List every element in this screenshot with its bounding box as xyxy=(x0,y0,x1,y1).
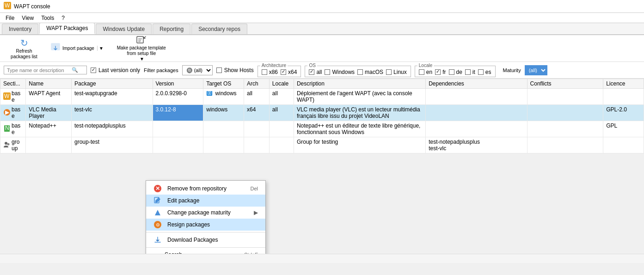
arch-x64-checkbox[interactable] xyxy=(281,69,286,75)
table-row[interactable]: W bas e WAPT Agent test-waptupgrade 2.0.… xyxy=(0,89,644,105)
cell-name-1: VLC Media Player xyxy=(26,105,72,121)
col-header-targetos[interactable]: Target OS xyxy=(203,79,244,89)
ctx-download[interactable]: Download Packages xyxy=(146,234,265,246)
cell-deps-3: test-notepadplusplus test-vlc xyxy=(426,137,527,153)
tab-inventory[interactable]: Inventory xyxy=(2,24,38,34)
tab-reporting[interactable]: Reporting xyxy=(153,24,190,34)
arch-items: x86 x64 xyxy=(262,69,297,75)
template-dropdown-arrow[interactable]: ▼ xyxy=(140,56,144,61)
locale-de-label[interactable]: de xyxy=(449,69,462,75)
os-all-label[interactable]: all xyxy=(309,69,322,75)
filter-bar: 🔍 Last version only Filter packages 🔘 (a… xyxy=(0,62,644,79)
cell-licence-0 xyxy=(603,89,644,105)
locale-items: en fr de it es xyxy=(419,69,491,75)
cell-version-1: 3.0.12-8 xyxy=(153,105,203,121)
table-row[interactable]: ▶ bas e VLC Media Player test-vlc 3.0.12… xyxy=(0,105,644,121)
tab-wapt-packages[interactable]: WAPT Packages xyxy=(39,23,95,34)
svg-point-12 xyxy=(5,142,7,145)
title-bar-text: WAPT console xyxy=(14,3,50,10)
show-hosts-checkbox-container[interactable]: Show Hosts xyxy=(216,67,254,73)
cell-locale-2 xyxy=(269,121,294,137)
cell-package-1: test-vlc xyxy=(71,105,153,121)
os-macos-checkbox[interactable] xyxy=(357,69,363,75)
last-version-checkbox[interactable] xyxy=(91,67,96,73)
os-linux-checkbox[interactable] xyxy=(386,69,392,75)
arch-x86-label[interactable]: x86 xyxy=(262,69,278,75)
locale-es-label[interactable]: es xyxy=(478,69,491,75)
col-header-package[interactable]: Package xyxy=(71,79,153,89)
col-header-licence[interactable]: Licence xyxy=(603,79,644,89)
table-row[interactable]: gro up group-test Group for testing test… xyxy=(0,137,644,153)
svg-rect-3 xyxy=(137,37,143,43)
tab-windows-update[interactable]: Windows Update xyxy=(96,24,152,34)
col-header-conflicts[interactable]: Conflicts xyxy=(527,79,603,89)
arch-x86-checkbox[interactable] xyxy=(262,69,267,75)
last-version-checkbox-container[interactable]: Last version only xyxy=(91,67,140,73)
col-header-locale[interactable]: Locale xyxy=(269,79,294,89)
import-dropdown-arrow[interactable]: ▼ xyxy=(97,46,104,51)
maturity-icon xyxy=(153,209,162,216)
col-header-dependencies[interactable]: Dependencies xyxy=(426,79,527,89)
cell-locale-0: all xyxy=(269,89,294,105)
os-linux-label[interactable]: Linux xyxy=(386,69,407,75)
locale-en-label[interactable]: en xyxy=(419,69,432,75)
cell-version-0: 2.0.0.9298-0 xyxy=(153,89,203,105)
cell-targetos-3 xyxy=(203,137,244,153)
submenu-arrow: ▶ xyxy=(254,209,258,216)
menu-view[interactable]: View xyxy=(18,14,37,22)
os-windows-checkbox[interactable] xyxy=(325,69,330,75)
make-template-button[interactable]: Make package template from setup file ▼ xyxy=(110,37,173,60)
toolbar: ↻ Refresh packages list Import package ▼ xyxy=(0,35,644,62)
locale-fr-checkbox[interactable] xyxy=(435,69,441,75)
ctx-change-maturity[interactable]: Change package maturity ▶ xyxy=(146,207,265,219)
locale-es-checkbox[interactable] xyxy=(478,69,484,75)
col-header-name[interactable]: Name xyxy=(26,79,72,89)
table-row[interactable]: N++ bas e Notepad++ test-notepadplusplus… xyxy=(0,121,644,137)
import-package-button[interactable]: Import package ▼ xyxy=(46,37,108,60)
ctx-edit[interactable]: Edit package xyxy=(146,195,265,207)
ctx-resign[interactable]: ⚙ Resign packages xyxy=(146,219,265,231)
maturity-label: Maturity xyxy=(503,67,521,73)
cell-targetos-0: ⊞ windows xyxy=(203,89,244,105)
menu-file[interactable]: File xyxy=(2,14,18,22)
svg-text:W: W xyxy=(5,2,10,9)
cell-locale-3 xyxy=(269,137,294,153)
locale-de-checkbox[interactable] xyxy=(449,69,454,75)
os-title: OS xyxy=(307,63,317,68)
search-input[interactable] xyxy=(7,67,72,73)
col-header-description[interactable]: Description xyxy=(294,79,425,89)
os-windows-label[interactable]: Windows xyxy=(325,69,355,75)
row-icon-group xyxy=(3,141,11,150)
ctx-search[interactable]: Search... Ctrl+F xyxy=(146,249,265,254)
cell-desc-0: Déploiement de l'agent WAPT (avec la con… xyxy=(294,89,425,105)
maturity-select[interactable]: (all) xyxy=(525,65,547,75)
ctx-remove[interactable]: ✕ Remove from repository Del xyxy=(146,183,265,195)
refresh-packages-button[interactable]: ↻ Refresh packages list xyxy=(4,37,44,60)
row-icon-notepad: N++ xyxy=(3,125,11,134)
architecture-title: Architecture xyxy=(260,63,288,68)
menu-tools[interactable]: Tools xyxy=(37,14,58,22)
cell-conflicts-3 xyxy=(527,137,603,153)
col-header-version[interactable]: Version xyxy=(153,79,203,89)
app-icon: W xyxy=(4,2,11,11)
cell-name-2: Notepad++ xyxy=(26,121,72,137)
menu-help[interactable]: ? xyxy=(58,14,68,22)
edit-icon xyxy=(153,197,162,204)
main-content: Inventory WAPT Packages Windows Update R… xyxy=(0,23,644,263)
locale-it-checkbox[interactable] xyxy=(465,69,471,75)
cell-licence-1: GPL-2.0 xyxy=(603,105,644,121)
show-hosts-checkbox[interactable] xyxy=(216,67,222,73)
row-icon-vlc: ▶ xyxy=(3,109,11,117)
col-header-arch[interactable]: Arch xyxy=(244,79,269,89)
architecture-group: Architecture x86 x64 xyxy=(258,66,301,77)
locale-fr-label[interactable]: fr xyxy=(435,69,446,75)
cell-licence-2: GPL xyxy=(603,121,644,137)
filter-select[interactable]: 🔘 (all) xyxy=(182,65,213,75)
arch-x64-label[interactable]: x64 xyxy=(281,69,297,75)
col-header-section[interactable]: Secti... xyxy=(0,79,26,89)
locale-en-checkbox[interactable] xyxy=(419,69,424,75)
locale-it-label[interactable]: it xyxy=(465,69,475,75)
tab-secondary-repos[interactable]: Secondary repos xyxy=(191,24,247,34)
os-macos-label[interactable]: macOS xyxy=(357,69,383,75)
os-all-checkbox[interactable] xyxy=(309,69,314,75)
